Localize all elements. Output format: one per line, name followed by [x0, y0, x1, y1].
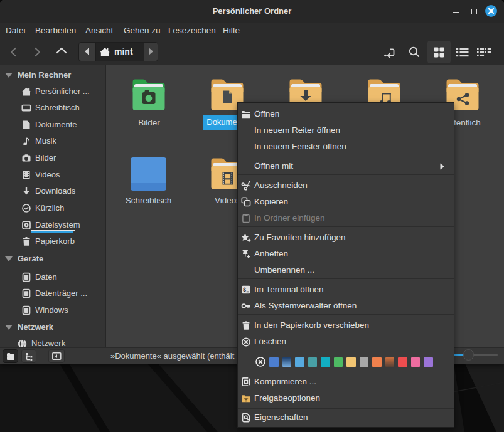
svg-text:$: $	[243, 287, 246, 293]
